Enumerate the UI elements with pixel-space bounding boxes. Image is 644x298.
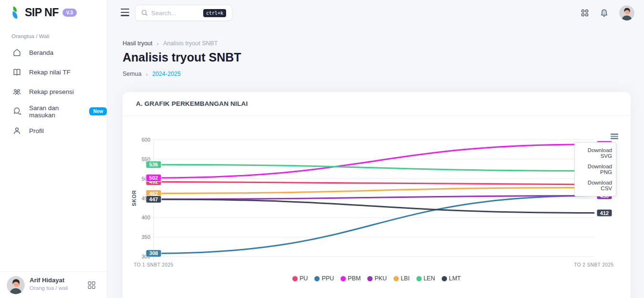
legend-label: PU — [300, 275, 308, 282]
version-badge: V.3 — [62, 9, 77, 17]
legend-item-PU[interactable]: PU — [292, 275, 308, 282]
bell-icon[interactable] — [600, 9, 609, 18]
user-avatar-illustration — [619, 5, 634, 21]
sidebar-item-label: Rekap nilai TF — [29, 69, 71, 76]
sidebar-item-label: Rekap presensi — [29, 88, 74, 95]
avatar — [7, 276, 25, 294]
data-label-value: 308 — [149, 250, 158, 256]
legend-label: PPU — [322, 275, 334, 282]
sidebar-nav: Beranda Rekap nilai TF Rekap presensi Sa… — [0, 43, 107, 141]
sidebar-toggle-button[interactable] — [121, 9, 129, 18]
filter-parent[interactable]: Semua — [123, 71, 142, 77]
legend-label: LMT — [449, 275, 461, 282]
sidebar-item-beranda[interactable]: Beranda — [0, 43, 107, 62]
x-tick-label: TO 1 SNBT 2025 — [134, 262, 173, 267]
sidebar-item-profil[interactable]: Profil — [0, 121, 107, 141]
search-icon — [141, 10, 148, 16]
filter-breadcrumb: Semua 2024-2025 — [123, 71, 181, 77]
legend-label: PBM — [348, 275, 361, 282]
topbar-icons — [581, 5, 634, 21]
menu-item-download-png[interactable]: Download PNG — [575, 161, 616, 177]
chart-legend: PUPPUPBMPKULBILENLMT — [123, 275, 631, 282]
sidebar-section-label: Orangtua / Wali — [11, 33, 49, 39]
breadcrumb: Hasil tryout Analisis tryout SNBT — [123, 40, 218, 47]
y-tick-label: 600 — [142, 137, 150, 143]
chart-menu-icon[interactable] — [611, 134, 618, 140]
keyboard-shortcut-badge: ctrl+k — [203, 9, 226, 17]
data-label-value: 412 — [600, 210, 609, 216]
sidebar-item-rekap-nilai-tf[interactable]: Rekap nilai TF — [0, 62, 107, 82]
legend-item-LMT[interactable]: LMT — [442, 275, 461, 282]
legend-item-LEN[interactable]: LEN — [416, 275, 435, 282]
data-label-value: 502 — [149, 175, 158, 181]
series-line-PBM — [154, 144, 594, 178]
y-axis-title: SKOR — [131, 190, 137, 206]
legend-item-PPU[interactable]: PPU — [314, 275, 334, 282]
breadcrumb-current: Analisis tryout SNBT — [163, 40, 218, 47]
series-line-LMT — [154, 199, 594, 213]
y-tick-label: 400 — [142, 215, 150, 220]
new-badge: New — [89, 107, 107, 115]
data-label-value: 462 — [149, 191, 158, 196]
app-logo-text: SIP NF — [25, 6, 59, 19]
sidebar: SIP NF V.3 Orangtua / Wali Beranda Rekap… — [0, 0, 107, 298]
legend-item-LBI[interactable]: LBI — [394, 275, 410, 282]
legend-dot — [341, 276, 346, 281]
chevron-right-icon — [146, 71, 148, 77]
score-line-chart: 300350400450500550600SKORTO 1 SNBT 2025T… — [123, 121, 631, 274]
legend-label: LEN — [424, 275, 435, 282]
sidebar-user-box[interactable]: Arif Hidayat Orang tua / wali — [0, 271, 107, 298]
series-line-LBI — [154, 187, 594, 193]
sidebar-item-label: Saran dan masukan — [29, 104, 83, 119]
chart-card: A. GRAFIK PERKEMBANGAN NILAI 30035040045… — [123, 92, 631, 298]
search-box[interactable]: ctrl+k — [135, 5, 232, 21]
legend-label: LBI — [401, 275, 410, 282]
user-avatar-illustration — [7, 276, 25, 294]
x-tick-label: TO 2 SNBT 2025 — [574, 262, 613, 267]
menu-item-download-csv[interactable]: Download CSV — [575, 177, 616, 194]
legend-item-PKU[interactable]: PKU — [367, 275, 387, 282]
sidebar-item-saran-dan-masukan[interactable]: Saran dan masukan New — [0, 102, 107, 121]
legend-dot — [416, 276, 422, 281]
chart-download-menu: Download SVG Download PNG Download CSV — [574, 142, 616, 196]
sidebar-item-rekap-presensi[interactable]: Rekap presensi — [0, 82, 107, 102]
apps-icon[interactable] — [581, 9, 589, 17]
data-label-value: 447 — [149, 196, 158, 202]
grid-icon[interactable] — [88, 281, 95, 289]
filter-current-link[interactable]: 2024-2025 — [152, 71, 181, 77]
open-book-icon — [12, 68, 21, 77]
sidebar-item-label: Profil — [29, 127, 44, 134]
breadcrumb-parent[interactable]: Hasil tryout — [123, 40, 153, 47]
avatar[interactable] — [619, 5, 634, 21]
series-line-LEN — [154, 164, 594, 171]
chevron-right-icon — [157, 41, 159, 47]
chat-bubbles-icon — [12, 107, 21, 116]
person-icon — [12, 126, 21, 135]
app-logo[interactable]: SIP NF V.3 — [10, 5, 77, 20]
user-name: Arif Hidayat — [30, 277, 64, 284]
series-line-PPU — [154, 196, 594, 254]
data-label-value: 536 — [149, 162, 158, 167]
home-icon — [12, 48, 21, 57]
legend-dot — [367, 276, 373, 281]
legend-label: PKU — [374, 275, 387, 282]
menu-item-download-svg[interactable]: Download SVG — [575, 145, 616, 161]
user-role: Orang tua / wali — [30, 285, 68, 291]
series-line-PU — [154, 182, 594, 185]
main-content: ctrl+k Hasil tryout Analisis tryout — [107, 0, 644, 298]
search-input[interactable] — [151, 10, 203, 17]
y-tick-label: 350 — [142, 234, 150, 240]
chart-area: 300350400450500550600SKORTO 1 SNBT 2025T… — [123, 121, 631, 298]
legend-dot — [314, 276, 320, 281]
legend-dot — [394, 276, 399, 281]
users-group-icon — [12, 87, 21, 96]
sidebar-item-label: Beranda — [29, 49, 53, 56]
legend-dot — [292, 276, 298, 281]
legend-item-PBM[interactable]: PBM — [341, 275, 361, 282]
page-title: Analisis tryout SNBT — [123, 51, 241, 64]
leaf-logo-icon — [10, 5, 23, 20]
legend-dot — [442, 276, 447, 281]
card-header: A. GRAFIK PERKEMBANGAN NILAI — [123, 92, 631, 116]
